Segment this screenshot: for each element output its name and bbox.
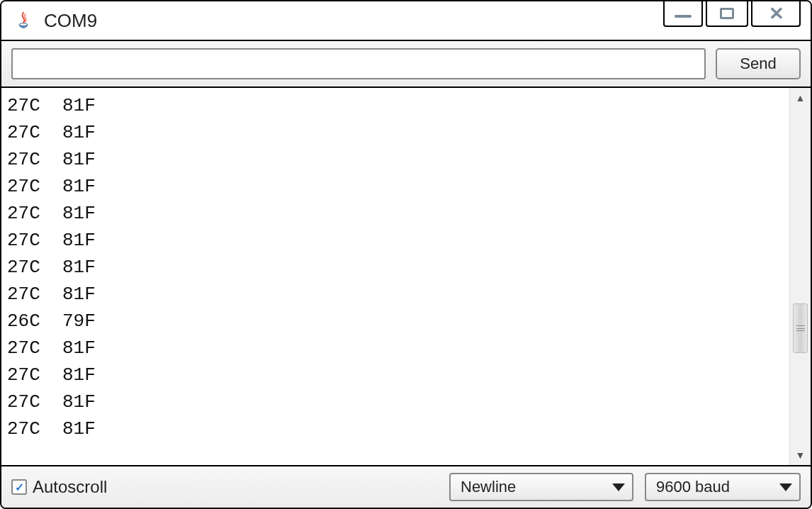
scroll-thumb[interactable] bbox=[793, 303, 808, 353]
serial-output: 27C 81F 27C 81F 27C 81F 27C 81F 27C 81F … bbox=[1, 88, 789, 465]
java-icon bbox=[11, 9, 35, 33]
titlebar: COM9 ✕ bbox=[1, 1, 811, 41]
minimize-button[interactable] bbox=[663, 1, 703, 27]
serial-monitor-window: COM9 ✕ Send 27C 81F 27C 81F 27C 81F 27C … bbox=[0, 0, 812, 509]
svg-point-0 bbox=[19, 23, 27, 26]
chevron-down-icon bbox=[779, 483, 792, 491]
line-ending-value: Newline bbox=[461, 478, 516, 496]
baud-dropdown[interactable]: 9600 baud bbox=[645, 473, 801, 501]
scroll-up-button[interactable]: ▲ bbox=[791, 88, 811, 108]
baud-value: 9600 baud bbox=[656, 478, 730, 496]
autoscroll-checkbox[interactable]: ✓ bbox=[11, 479, 27, 495]
maximize-button[interactable] bbox=[706, 1, 748, 27]
autoscroll-option[interactable]: ✓ Autoscroll bbox=[11, 477, 107, 497]
output-area: 27C 81F 27C 81F 27C 81F 27C 81F 27C 81F … bbox=[1, 88, 811, 466]
window-controls: ✕ bbox=[663, 1, 808, 40]
autoscroll-label: Autoscroll bbox=[33, 477, 107, 497]
scroll-track[interactable] bbox=[790, 108, 811, 445]
close-button[interactable]: ✕ bbox=[751, 1, 801, 27]
serial-input[interactable] bbox=[11, 48, 706, 79]
chevron-down-icon bbox=[612, 483, 625, 491]
window-title: COM9 bbox=[44, 10, 97, 32]
send-row: Send bbox=[1, 41, 811, 88]
scrollbar[interactable]: ▲ ▼ bbox=[789, 88, 811, 465]
line-ending-dropdown[interactable]: Newline bbox=[449, 473, 633, 501]
status-bar: ✓ Autoscroll Newline 9600 baud bbox=[1, 466, 811, 508]
scroll-down-button[interactable]: ▼ bbox=[791, 445, 811, 465]
send-button[interactable]: Send bbox=[716, 48, 801, 79]
